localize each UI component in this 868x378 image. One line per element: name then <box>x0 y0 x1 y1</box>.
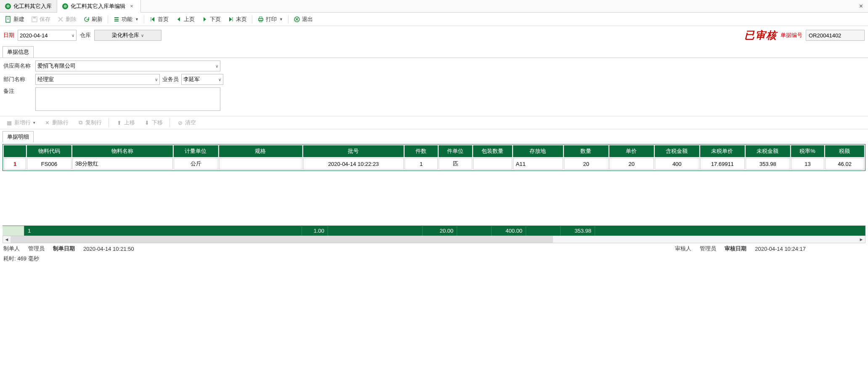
new-icon <box>5 16 12 23</box>
cell-tax-amount[interactable]: 46.02 <box>825 158 864 170</box>
col-piece-uom[interactable]: 件单位 <box>439 145 472 157</box>
delete-row-icon: ✕ <box>44 119 50 126</box>
delete-button[interactable]: 删除 <box>55 15 79 24</box>
info-section-tab[interactable]: 单据信息 <box>3 46 34 58</box>
col-tax-rate[interactable]: 税率% <box>791 145 825 157</box>
tab-inventory[interactable]: ⊕ 化工料其它入库 <box>0 0 57 12</box>
exit-label: 退出 <box>302 16 313 23</box>
exit-icon <box>294 16 300 23</box>
cell-amount-tax[interactable]: 400 <box>655 158 699 170</box>
detail-section-tab[interactable]: 单据明细 <box>3 131 34 142</box>
detail-grid[interactable]: 物料代码 物料名称 计量单位 规格 批号 件数 件单位 包装数量 存放地 数量 … <box>3 144 865 171</box>
copy-row-button[interactable]: ⧉ 复制行 <box>74 118 104 127</box>
sum-piece-qty: 1.00 <box>302 226 328 236</box>
col-price[interactable]: 单价 <box>609 145 654 157</box>
cell-piece-qty[interactable]: 1 <box>405 158 438 170</box>
cell-uom[interactable]: 公斤 <box>174 158 218 170</box>
delete-row-label: 删除行 <box>52 119 69 126</box>
cell-batch[interactable]: 2020-04-14 10:22:23 <box>303 158 404 170</box>
doc-no-input[interactable] <box>806 30 865 41</box>
separator <box>108 15 108 24</box>
col-tax-amount[interactable]: 税额 <box>825 145 864 157</box>
col-uom[interactable]: 计量单位 <box>174 145 218 157</box>
print-button[interactable]: 打印 ▼ <box>255 15 286 24</box>
tab-label: 化工料其它入库 <box>13 3 52 10</box>
scroll-left-icon[interactable]: ◄ <box>3 236 11 243</box>
col-amount-notax[interactable]: 未税金额 <box>746 145 790 157</box>
cell-amount-notax[interactable]: 353.98 <box>746 158 790 170</box>
cell-location[interactable]: A11 <box>513 158 563 170</box>
cell-price-notax[interactable]: 17.69911 <box>700 158 745 170</box>
delete-row-button[interactable]: ✕ 删除行 <box>41 118 71 127</box>
timing-text: 耗时: 469 毫秒 <box>0 254 868 263</box>
save-icon <box>31 16 38 23</box>
col-material-name[interactable]: 物料名称 <box>72 145 173 157</box>
col-batch[interactable]: 批号 <box>303 145 404 157</box>
cell-piece-uom[interactable]: 匹 <box>439 158 472 170</box>
window-close-button[interactable]: × <box>854 0 868 12</box>
move-down-button[interactable]: ⬇ 下移 <box>141 118 165 127</box>
sum-blank4 <box>595 226 865 236</box>
prev-page-button[interactable]: 上页 <box>173 15 197 24</box>
col-qty[interactable]: 数量 <box>564 145 609 157</box>
col-price-notax[interactable]: 未税单价 <box>700 145 745 157</box>
delete-label: 删除 <box>66 16 77 23</box>
globe-icon: ⊕ <box>5 3 11 9</box>
cell-price[interactable]: 20 <box>609 158 654 170</box>
salesman-select[interactable]: 李延军 ∨ <box>181 74 223 85</box>
cell-pack-qty[interactable] <box>473 158 512 170</box>
save-button[interactable]: 保存 <box>29 15 53 24</box>
cell-spec[interactable] <box>219 158 303 170</box>
move-up-button[interactable]: ⬆ 上移 <box>113 118 138 127</box>
separator <box>169 118 170 127</box>
supplier-select[interactable]: 爱招飞有限公司 ∨ <box>35 60 220 71</box>
cell-material-code[interactable]: FS006 <box>27 158 71 170</box>
col-pack-qty[interactable]: 包装数量 <box>473 145 512 157</box>
cell-qty[interactable]: 20 <box>564 158 609 170</box>
add-row-button[interactable]: ▦ 新增行 ▾ <box>3 118 38 127</box>
scroll-right-icon[interactable]: ► <box>857 236 865 243</box>
last-page-button[interactable]: 末页 <box>225 15 249 24</box>
new-button[interactable]: 新建 <box>3 15 27 24</box>
clear-button[interactable]: ⊘ 清空 <box>174 118 198 127</box>
last-icon <box>228 16 234 23</box>
sum-count: 1 <box>24 226 302 236</box>
col-amount-tax[interactable]: 含税金额 <box>655 145 699 157</box>
tab-edit[interactable]: ⊕ 化工料其它入库单编辑 × <box>57 0 141 13</box>
cell-tax-rate[interactable]: 13 <box>791 158 825 170</box>
add-row-label: 新增行 <box>14 119 31 126</box>
dept-select[interactable]: 经理室 ∨ <box>35 74 160 85</box>
warehouse-value: 染化料仓库 <box>112 32 139 39</box>
exit-button[interactable]: 退出 <box>291 15 315 24</box>
date-input[interactable]: 2020-04-14 ∨ <box>18 30 77 41</box>
close-icon[interactable]: × <box>128 3 135 10</box>
auditor-value: 管理员 <box>700 245 716 252</box>
separator <box>108 118 109 127</box>
first-page-button[interactable]: 首页 <box>147 15 171 24</box>
print-label: 打印 <box>266 16 277 23</box>
refresh-button[interactable]: 刷新 <box>81 15 105 24</box>
next-icon <box>201 16 208 23</box>
col-spec[interactable]: 规格 <box>219 145 303 157</box>
clear-label: 清空 <box>185 119 196 126</box>
chevron-down-icon: ▾ <box>33 121 35 125</box>
col-material-code[interactable]: 物料代码 <box>27 145 71 157</box>
print-icon <box>257 16 264 23</box>
warehouse-select[interactable]: 染化料仓库 ∨ <box>94 30 161 41</box>
cell-material-name[interactable]: 3B分散红 <box>72 158 173 170</box>
chevron-down-icon: ∨ <box>215 64 218 68</box>
summary-row: 1 1.00 20.00 400.00 353.98 <box>3 226 865 236</box>
col-location[interactable]: 存放地 <box>513 145 563 157</box>
col-piece-qty[interactable]: 件数 <box>405 145 438 157</box>
table-row[interactable]: 1 FS006 3B分散红 公斤 2020-04-14 10:22:23 1 匹… <box>4 158 864 170</box>
function-button[interactable]: 功能 ▼ <box>111 15 141 24</box>
refresh-label: 刷新 <box>92 16 103 23</box>
scroll-thumb[interactable] <box>11 236 553 243</box>
remark-input[interactable] <box>35 87 220 111</box>
horizontal-scrollbar[interactable]: ◄ ► <box>3 236 865 243</box>
next-page-button[interactable]: 下页 <box>199 15 223 24</box>
tab-bar: ⊕ 化工料其它入库 ⊕ 化工料其它入库单编辑 × × <box>0 0 868 13</box>
info-form: 供应商名称 爱招飞有限公司 ∨ 部门名称 经理室 ∨ 业务员 李延军 ∨ 备注 <box>0 58 868 116</box>
func-label: 功能 <box>122 16 132 23</box>
sum-amount-tax: 400.00 <box>492 226 526 236</box>
